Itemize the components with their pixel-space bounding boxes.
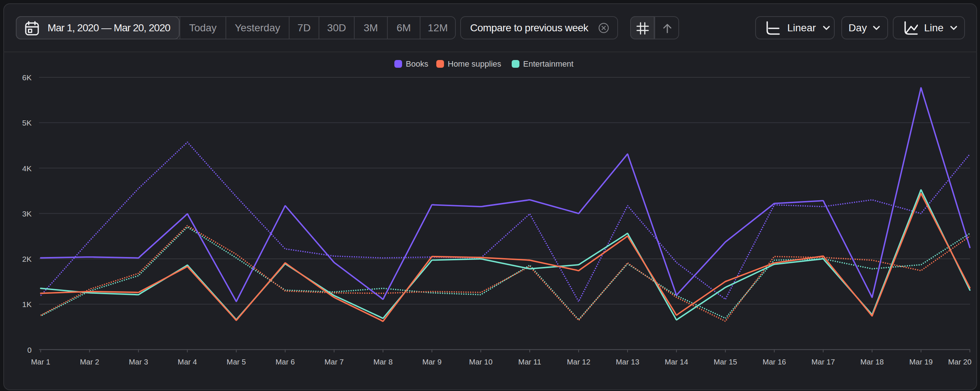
svg-text:Mar 6: Mar 6 [275, 357, 295, 366]
svg-text:Mar 18: Mar 18 [861, 357, 884, 366]
svg-text:Mar 1: Mar 1 [31, 357, 50, 366]
svg-text:1K: 1K [22, 300, 32, 308]
svg-text:Mar 12: Mar 12 [567, 357, 590, 366]
svg-text:5K: 5K [22, 118, 32, 127]
svg-text:Mar 11: Mar 11 [518, 357, 541, 366]
svg-text:Mar 10: Mar 10 [469, 357, 493, 366]
svg-text:Mar 3: Mar 3 [129, 357, 148, 366]
svg-text:Mar 9: Mar 9 [422, 357, 441, 366]
svg-text:Mar 17: Mar 17 [811, 357, 835, 366]
svg-text:2K: 2K [22, 255, 32, 263]
svg-text:Mar 20: Mar 20 [948, 357, 972, 366]
svg-text:Mar 2: Mar 2 [80, 357, 99, 366]
svg-text:Mar 4: Mar 4 [178, 357, 197, 366]
svg-text:Mar 7: Mar 7 [325, 357, 344, 366]
svg-text:3K: 3K [22, 209, 32, 218]
svg-text:Mar 13: Mar 13 [616, 357, 640, 366]
svg-text:Mar 16: Mar 16 [763, 357, 786, 366]
svg-text:Mar 19: Mar 19 [909, 357, 933, 366]
svg-text:0: 0 [27, 346, 32, 354]
svg-text:4K: 4K [22, 164, 32, 173]
svg-text:Mar 15: Mar 15 [714, 357, 737, 366]
svg-text:Mar 14: Mar 14 [665, 357, 688, 366]
svg-text:6K: 6K [22, 73, 32, 82]
svg-text:Mar 8: Mar 8 [373, 357, 393, 366]
svg-text:Mar 5: Mar 5 [227, 357, 246, 366]
